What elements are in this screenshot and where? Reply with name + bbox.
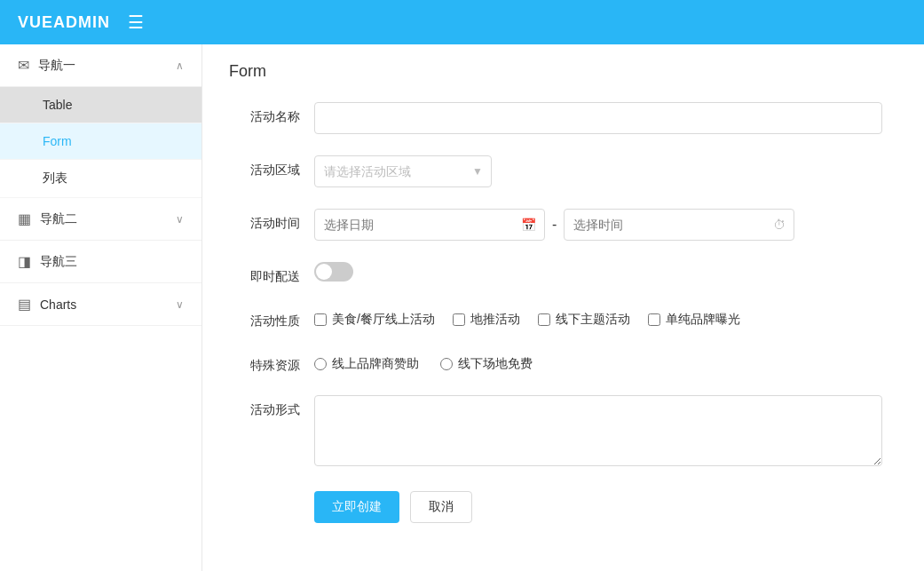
nature-option-4[interactable]: 单纯品牌曝光	[648, 312, 740, 328]
nature-checkbox-1[interactable]	[314, 313, 327, 326]
activity-name-control	[314, 102, 897, 134]
sidebar-item-table-label: Table	[43, 98, 72, 112]
nav3-label: 导航三	[40, 254, 184, 270]
resource-radio-1[interactable]	[314, 358, 327, 370]
nav1-label: 导航一	[38, 58, 176, 74]
form-item-activity-form: 活动形式	[229, 395, 897, 470]
form-item-activity-region: 活动区域 请选择活动区域 ▼	[229, 155, 897, 187]
activity-region-label: 活动区域	[229, 155, 300, 178]
activity-time-label: 活动时间	[229, 209, 300, 232]
header: VUEADMIN ☰	[0, 0, 924, 44]
app-title: VUEADMIN	[18, 13, 110, 32]
sidebar-item-list[interactable]: 列表	[0, 160, 201, 198]
nature-label-4: 单纯品牌曝光	[666, 312, 740, 328]
nav1-icon: ✉	[18, 57, 29, 74]
nav2-arrow: ∨	[176, 213, 184, 226]
page-title: Form	[229, 62, 897, 81]
nav1-arrow: ∧	[176, 59, 184, 72]
layout: ✉ 导航一 ∧ Table Form 列表 ▦ 导航二 ∨ ◨ 导航三 ▤ Ch…	[0, 44, 924, 571]
form-item-instant-delivery: 即时配送	[229, 262, 897, 285]
nature-option-1[interactable]: 美食/餐厅线上活动	[314, 312, 435, 328]
date-input[interactable]	[314, 209, 545, 241]
instant-delivery-label: 即时配送	[229, 262, 300, 285]
nav2-icon: ▦	[18, 210, 31, 227]
date-input-wrap: 📅	[314, 209, 545, 241]
activity-name-label: 活动名称	[229, 102, 300, 125]
nav2-header[interactable]: ▦ 导航二 ∨	[0, 198, 201, 241]
form-buttons: 立即创建 取消	[229, 491, 897, 523]
special-resource-label: 特殊资源	[229, 351, 300, 374]
nature-checkbox-2[interactable]	[453, 313, 465, 326]
special-resource-radios: 线上品牌商赞助 线下场地免费	[314, 351, 897, 372]
activity-time-control: 📅 - ⏱	[314, 209, 897, 241]
cancel-button[interactable]: 取消	[410, 491, 472, 523]
nav2-label: 导航二	[40, 211, 176, 227]
toggle-wrapper	[314, 262, 897, 282]
charts-icon: ▤	[18, 296, 31, 313]
instant-delivery-toggle[interactable]	[314, 262, 353, 282]
toggle-slider	[314, 262, 353, 282]
resource-label-2: 线下场地免费	[458, 356, 533, 372]
form-item-activity-nature: 活动性质 美食/餐厅线上活动 地推活动 线下主题活动	[229, 306, 897, 329]
nature-checkbox-4[interactable]	[648, 313, 660, 326]
activity-region-control: 请选择活动区域 ▼	[314, 155, 897, 187]
nav1-header[interactable]: ✉ 导航一 ∧	[0, 44, 201, 87]
activity-nature-control: 美食/餐厅线上活动 地推活动 线下主题活动 单纯品牌曝光	[314, 306, 897, 328]
nav3-header[interactable]: ◨ 导航三	[0, 241, 201, 283]
charts-arrow: ∨	[176, 298, 184, 311]
main-content: Form 活动名称 活动区域 请选择活动区域 ▼ 活动时间	[202, 44, 924, 571]
nature-label-3: 线下主题活动	[556, 312, 630, 328]
activity-region-select[interactable]: 请选择活动区域	[314, 155, 492, 187]
nature-option-2[interactable]: 地推活动	[453, 312, 520, 328]
resource-radio-2[interactable]	[440, 358, 453, 370]
sidebar: ✉ 导航一 ∧ Table Form 列表 ▦ 导航二 ∨ ◨ 导航三 ▤ Ch…	[0, 44, 202, 571]
activity-form-label: 活动形式	[229, 395, 300, 418]
resource-option-2[interactable]: 线下场地免费	[440, 356, 533, 372]
time-input[interactable]	[564, 209, 794, 241]
sidebar-item-form[interactable]: Form	[0, 123, 201, 160]
date-time-row: 📅 - ⏱	[314, 209, 897, 241]
nature-checkbox-3[interactable]	[538, 313, 550, 326]
charts-header[interactable]: ▤ Charts ∨	[0, 283, 201, 326]
nature-label-1: 美食/餐厅线上活动	[332, 312, 435, 328]
activity-form-textarea[interactable]	[314, 395, 882, 466]
nature-label-2: 地推活动	[470, 312, 520, 328]
submit-button[interactable]: 立即创建	[314, 491, 399, 523]
resource-option-1[interactable]: 线上品牌商赞助	[314, 356, 419, 372]
sidebar-item-form-label: Form	[43, 134, 72, 148]
time-separator: -	[552, 217, 557, 233]
form-item-activity-time: 活动时间 📅 - ⏱	[229, 209, 897, 241]
activity-nature-label: 活动性质	[229, 306, 300, 329]
sidebar-item-table[interactable]: Table	[0, 87, 201, 123]
time-input-wrap: ⏱	[564, 209, 794, 241]
form-item-special-resource: 特殊资源 线上品牌商赞助 线下场地免费	[229, 351, 897, 374]
nature-option-3[interactable]: 线下主题活动	[538, 312, 630, 328]
activity-name-input[interactable]	[314, 102, 882, 134]
activity-region-select-wrapper: 请选择活动区域 ▼	[314, 155, 492, 187]
charts-label: Charts	[40, 297, 176, 312]
resource-label-1: 线上品牌商赞助	[332, 356, 419, 372]
menu-icon[interactable]: ☰	[128, 12, 144, 33]
activity-nature-checkboxes: 美食/餐厅线上活动 地推活动 线下主题活动 单纯品牌曝光	[314, 306, 897, 328]
instant-delivery-control	[314, 262, 897, 282]
form-item-activity-name: 活动名称	[229, 102, 897, 134]
activity-form-control	[314, 395, 897, 470]
nav3-icon: ◨	[18, 253, 31, 270]
sidebar-item-list-label: 列表	[43, 171, 67, 186]
special-resource-control: 线上品牌商赞助 线下场地免费	[314, 351, 897, 372]
